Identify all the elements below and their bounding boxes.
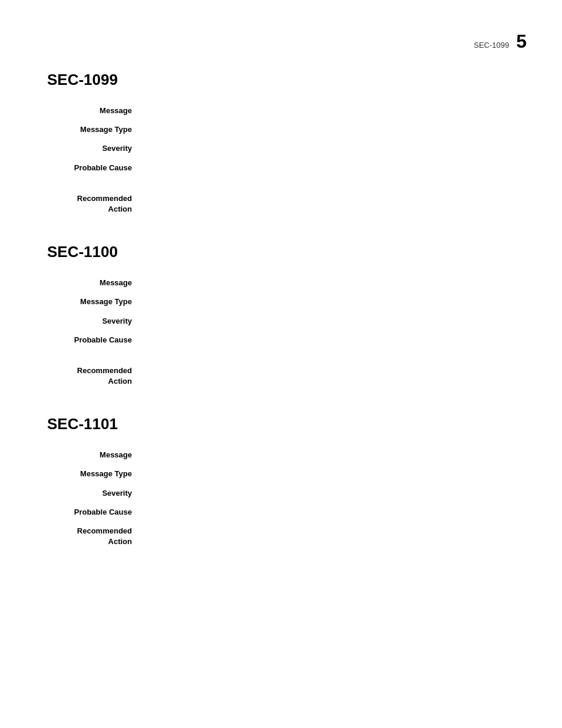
- label-recommended-action-1099: RecommendedAction: [47, 193, 141, 215]
- value-recommended-action-1100: [141, 365, 527, 387]
- label-probable-cause-1099: Probable Cause: [47, 163, 141, 173]
- label-message-type-1101: Message Type: [47, 469, 141, 479]
- value-probable-cause-1101: [141, 507, 527, 518]
- value-message-1101: [141, 450, 527, 460]
- value-probable-cause-1099: [141, 163, 527, 173]
- field-severity-1099: Severity: [47, 143, 527, 154]
- value-severity-1099: [141, 143, 527, 154]
- value-message-type-1100: [141, 297, 527, 307]
- field-message-type-1099: Message Type: [47, 124, 527, 135]
- field-probable-cause-1099: Probable Cause: [47, 163, 527, 173]
- value-recommended-action-1099: [141, 193, 527, 215]
- value-message-type-1099: [141, 124, 527, 135]
- field-message-1099: Message: [47, 106, 527, 116]
- field-severity-1101: Severity: [47, 488, 527, 499]
- label-message-1099: Message: [47, 106, 141, 116]
- label-message-1101: Message: [47, 450, 141, 460]
- header-page-number: 5: [516, 31, 527, 52]
- label-probable-cause-1100: Probable Cause: [47, 335, 141, 345]
- value-recommended-action-1101: [141, 526, 527, 547]
- label-recommended-action-1100: RecommendedAction: [47, 365, 141, 387]
- section-sec-1100: SEC-1100 Message Message Type Severity P…: [47, 243, 527, 387]
- label-severity-1101: Severity: [47, 488, 141, 499]
- value-message-type-1101: [141, 469, 527, 479]
- field-probable-cause-1101: Probable Cause: [47, 507, 527, 518]
- value-message-1099: [141, 106, 527, 116]
- field-message-1101: Message: [47, 450, 527, 460]
- field-severity-1100: Severity: [47, 316, 527, 327]
- section-sec-1101: SEC-1101 Message Message Type Severity P…: [47, 415, 527, 547]
- label-probable-cause-1101: Probable Cause: [47, 507, 141, 518]
- label-severity-1099: Severity: [47, 143, 141, 154]
- section-sec-1099: SEC-1099 Message Message Type Severity P…: [47, 71, 527, 215]
- value-severity-1101: [141, 488, 527, 499]
- label-message-type-1100: Message Type: [47, 297, 141, 307]
- field-message-type-1100: Message Type: [47, 297, 527, 307]
- field-message-1100: Message: [47, 278, 527, 288]
- field-message-type-1101: Message Type: [47, 469, 527, 479]
- label-message-type-1099: Message Type: [47, 124, 141, 135]
- header-code: SEC-1099: [474, 41, 509, 50]
- page-header: SEC-1099 5: [474, 31, 527, 52]
- field-recommended-action-1099: RecommendedAction: [47, 193, 527, 215]
- field-probable-cause-1100: Probable Cause: [47, 335, 527, 345]
- label-message-1100: Message: [47, 278, 141, 288]
- value-message-1100: [141, 278, 527, 288]
- section-title-sec-1099: SEC-1099: [47, 71, 527, 89]
- value-severity-1100: [141, 316, 527, 327]
- field-recommended-action-1101: RecommendedAction: [47, 526, 527, 547]
- section-title-sec-1101: SEC-1101: [47, 415, 527, 433]
- field-recommended-action-1100: RecommendedAction: [47, 365, 527, 387]
- value-probable-cause-1100: [141, 335, 527, 345]
- section-title-sec-1100: SEC-1100: [47, 243, 527, 261]
- label-recommended-action-1101: RecommendedAction: [47, 526, 141, 547]
- page-content: SEC-1099 Message Message Type Severity P…: [0, 0, 562, 611]
- label-severity-1100: Severity: [47, 316, 141, 327]
